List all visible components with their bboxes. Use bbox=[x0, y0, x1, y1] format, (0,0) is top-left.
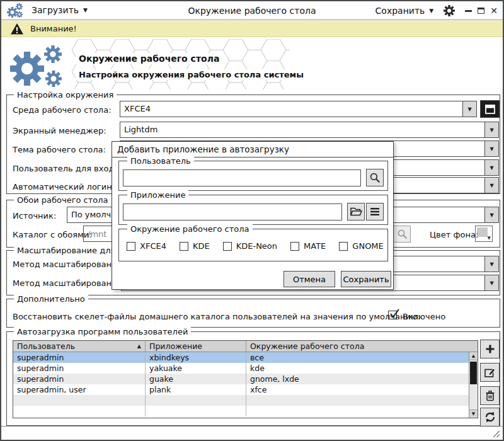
cell-env: xfce bbox=[246, 384, 469, 395]
dialog-user-search-button[interactable] bbox=[366, 169, 384, 186]
plus-icon bbox=[484, 343, 496, 355]
window-title: Окружение рабочего стола bbox=[96, 6, 408, 16]
dialog-app-list-button[interactable] bbox=[366, 203, 384, 220]
chevron-down-icon: ▼ bbox=[488, 236, 491, 241]
table-scrollbar[interactable]: ▲ ▼ bbox=[469, 352, 478, 418]
table-header-row: Пользователь ▲ Приложение Окружение рабо… bbox=[13, 341, 478, 352]
desktop-env-label: Среда рабочего стола: bbox=[13, 105, 112, 115]
env-option-xfce4[interactable]: XFCE4 bbox=[127, 241, 166, 251]
cell-env: все bbox=[246, 352, 469, 363]
dialog-title: Добавить приложение в автозагрузку bbox=[112, 142, 393, 158]
edit-row-button[interactable] bbox=[480, 363, 500, 382]
chevron-down-icon[interactable]: ▼ bbox=[484, 275, 498, 290]
env-option-label: KDE bbox=[193, 241, 210, 251]
autostart-legend: Автозагрузка программ пользователей bbox=[14, 327, 191, 336]
cell-user: superadmin, user bbox=[13, 384, 146, 395]
chevron-down-icon[interactable]: ▼ bbox=[484, 160, 498, 175]
cell-env bbox=[246, 395, 469, 406]
column-header-user[interactable]: Пользователь ▲ bbox=[13, 341, 146, 352]
env-option-kde[interactable]: KDE bbox=[180, 241, 210, 251]
dialog-app-input[interactable] bbox=[123, 203, 342, 220]
scroll-down-icon[interactable]: ▼ bbox=[469, 410, 478, 418]
cell-user: superadmin bbox=[13, 374, 146, 384]
desktop-env-combobox[interactable]: XFCE4 ▼ bbox=[120, 101, 477, 117]
edit-pencil-icon bbox=[484, 367, 496, 379]
dialog-app-legend: Приложение bbox=[127, 190, 188, 200]
table-row-empty[interactable] bbox=[13, 406, 469, 416]
close-icon[interactable]: ✕ bbox=[490, 6, 498, 15]
wallpaper-dir-search-button[interactable] bbox=[393, 226, 411, 243]
env-option-label: GNOME bbox=[352, 241, 383, 251]
chevron-down-icon[interactable]: ▼ bbox=[484, 178, 498, 193]
color-swatch bbox=[477, 227, 488, 237]
header-gears-icon bbox=[9, 45, 69, 88]
cell-app: xbindkeys bbox=[146, 352, 246, 363]
scroll-up-icon[interactable]: ▲ bbox=[469, 352, 478, 360]
load-menu-button[interactable]: Загрузить ▼ bbox=[32, 5, 88, 15]
checkbox-unchecked[interactable] bbox=[339, 242, 348, 251]
refresh-icon bbox=[484, 411, 496, 423]
maximize-icon[interactable] bbox=[478, 8, 484, 14]
chevron-down-icon: ▼ bbox=[429, 8, 433, 14]
env-option-mate[interactable]: MATE bbox=[290, 241, 326, 251]
warning-banner: Внимание! bbox=[1, 21, 503, 37]
display-manager-combobox[interactable]: Lightdm ▼ bbox=[120, 122, 499, 138]
login-user-label: Пользователь для входа bbox=[13, 164, 119, 173]
cell-user bbox=[13, 406, 146, 416]
dialog-cancel-button[interactable]: Отмена bbox=[284, 271, 335, 287]
app-gears-icon bbox=[7, 3, 25, 19]
warning-text: Внимание! bbox=[30, 24, 77, 33]
add-row-button[interactable] bbox=[480, 340, 500, 358]
table-row[interactable]: superadminguakegnome, lxde bbox=[13, 374, 469, 384]
column-header-env[interactable]: Окружение рабочего стола bbox=[246, 341, 478, 352]
env-option-gnome[interactable]: GNOME bbox=[339, 241, 383, 251]
wallpaper-source-label: Источник: bbox=[13, 211, 56, 220]
dialog-user-legend: Пользователь bbox=[127, 156, 194, 166]
env-options: XFCE4KDEKDE-NeonMATEGNOME bbox=[127, 241, 384, 251]
checkbox-unchecked[interactable] bbox=[223, 242, 232, 251]
settings-gear-icon[interactable] bbox=[444, 5, 455, 16]
table-row[interactable]: superadminyakuakekde bbox=[13, 363, 469, 374]
save-menu-button[interactable]: Сохранить ▼ bbox=[375, 6, 434, 16]
search-icon bbox=[369, 172, 381, 183]
chevron-down-icon[interactable]: ▼ bbox=[484, 122, 498, 137]
refresh-button[interactable] bbox=[480, 408, 500, 427]
cell-app: guake bbox=[146, 374, 246, 384]
cell-app bbox=[146, 406, 246, 416]
install-package-button[interactable] bbox=[480, 100, 500, 118]
checkbox-unchecked[interactable] bbox=[180, 242, 188, 251]
column-header-app[interactable]: Приложение bbox=[146, 341, 246, 352]
sort-ascending-icon: ▲ bbox=[137, 343, 141, 349]
search-icon bbox=[397, 229, 408, 239]
bg-color-label: Цвет фона: bbox=[430, 230, 478, 239]
dialog-user-input[interactable] bbox=[123, 169, 361, 186]
save-menu-label: Сохранить bbox=[375, 6, 425, 16]
scrollbar-thumb[interactable] bbox=[470, 362, 477, 384]
page-title: Окружение рабочего стола bbox=[76, 53, 222, 64]
dialog-app-browse-button[interactable] bbox=[347, 203, 365, 220]
resize-grip-icon[interactable] bbox=[492, 430, 500, 438]
chevron-down-icon[interactable]: ▼ bbox=[484, 207, 498, 222]
chevron-down-icon[interactable]: ▼ bbox=[484, 256, 498, 272]
env-option-label: XFCE4 bbox=[140, 241, 166, 251]
env-option-label: KDE-Neon bbox=[236, 241, 277, 251]
table-row[interactable]: superadmin, userplankxfce bbox=[13, 384, 469, 395]
chevron-down-icon[interactable]: ▼ bbox=[462, 101, 476, 117]
checkbox-unchecked[interactable] bbox=[127, 242, 135, 251]
minimize-icon[interactable] bbox=[465, 10, 472, 12]
titlebar: Загрузить ▼ Окружение рабочего стола Сох… bbox=[1, 1, 503, 20]
dialog-save-button[interactable]: Сохранить bbox=[341, 271, 391, 287]
env-option-kde-neon[interactable]: KDE-Neon bbox=[223, 241, 277, 251]
delete-row-button[interactable] bbox=[480, 386, 500, 405]
checkbox-unchecked[interactable] bbox=[290, 242, 299, 251]
status-bar bbox=[1, 426, 503, 440]
autostart-table-body: superadminxbindkeysвсеsuperadminyakuakek… bbox=[13, 352, 469, 418]
menu-list-icon bbox=[370, 207, 380, 216]
dialog-env-legend: Окружение рабочего стола bbox=[127, 224, 253, 234]
load-menu-label: Загрузить bbox=[32, 5, 79, 15]
table-row[interactable]: superadminxbindkeysвсе bbox=[13, 352, 469, 363]
scaling-method1-label: Метод масштабирования bbox=[13, 260, 122, 269]
scaling-method2-label: Метод масштабирования bbox=[13, 278, 122, 288]
table-row-empty[interactable] bbox=[13, 395, 469, 406]
chevron-down-icon[interactable]: ▼ bbox=[484, 141, 498, 156]
